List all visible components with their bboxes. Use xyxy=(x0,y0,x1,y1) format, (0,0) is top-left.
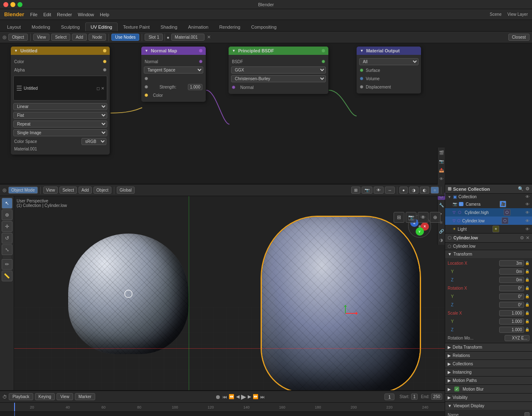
rot-x-lock[interactable]: 🔒 xyxy=(525,286,530,290)
tl-prev-btn[interactable]: ⏪ xyxy=(229,394,234,399)
tl-play-btn[interactable]: ▶ xyxy=(241,393,246,401)
tl-next-frame-btn[interactable]: ▶ xyxy=(248,394,251,399)
tl-view-btn[interactable]: View xyxy=(57,393,73,400)
material-name[interactable]: Material.001 xyxy=(171,34,204,41)
shader-select-btn[interactable]: Select xyxy=(51,34,70,41)
normalmap-collapse-icon[interactable]: ▼ xyxy=(145,49,148,53)
sc-light-eye[interactable]: 👁 xyxy=(525,227,530,231)
tl-record-btn[interactable]: ⏺ xyxy=(215,394,221,400)
close-button[interactable] xyxy=(3,2,8,7)
extension-flat-select[interactable]: Flat xyxy=(13,112,107,119)
tab-compositing[interactable]: Compositing xyxy=(246,22,282,31)
vp-solid-btn[interactable]: ◐ xyxy=(420,187,429,194)
vp-camera-btn[interactable]: 📷 xyxy=(362,187,372,194)
vp-global-btn[interactable]: Global xyxy=(117,187,135,194)
vp-mode-btn[interactable]: Object Mode xyxy=(8,187,38,194)
menu-edit[interactable]: Edit xyxy=(41,11,54,18)
tl-prev-frame-btn[interactable]: ◀ xyxy=(236,394,239,399)
tl-start-val[interactable]: 1 xyxy=(411,394,418,400)
props-rot-y-val[interactable]: 0° xyxy=(499,293,524,300)
props-viewport-display-header[interactable]: ▼ Viewport Display xyxy=(445,402,532,410)
tl-current-frame[interactable]: 1 xyxy=(384,394,394,400)
vp-cursor-tool[interactable]: ⊕ xyxy=(2,209,12,220)
sc-camera-eye[interactable]: 👁 xyxy=(525,202,530,207)
props-scale-y-val[interactable]: 1.000 xyxy=(499,318,524,325)
scene-collection-filter[interactable]: ⚙ xyxy=(525,186,530,192)
minimize-button[interactable] xyxy=(10,2,15,7)
axis-y[interactable]: Y xyxy=(416,227,424,236)
props-motion-blur-header[interactable]: ▶ ✓ Motion Blur xyxy=(445,385,532,393)
vp-wireframe-btn[interactable]: ○ xyxy=(431,187,439,194)
color-space-select[interactable]: sRGB xyxy=(81,138,106,145)
vp-move-gizmo[interactable] xyxy=(333,305,358,322)
use-nodes-toggle[interactable]: Use Nodes xyxy=(111,34,139,41)
prop-icon-modifier[interactable]: 🔧 xyxy=(438,201,445,209)
sc-item-camera[interactable]: 📷 C Camera 🎥 👁 xyxy=(445,200,532,208)
props-relations-header[interactable]: ▶ Relations xyxy=(445,352,532,359)
shader-view-btn[interactable]: View xyxy=(33,34,50,41)
scale-y-lock[interactable]: 🔒 xyxy=(525,319,530,323)
texture-name[interactable]: Untitled xyxy=(24,86,38,91)
tl-start-btn[interactable]: ⏮ xyxy=(222,394,227,399)
menu-help[interactable]: Help xyxy=(97,11,112,18)
tl-end-btn[interactable]: ⏭ xyxy=(260,394,265,399)
vp-add-btn[interactable]: Add xyxy=(79,187,92,194)
props-loc-z-val[interactable]: 0m xyxy=(499,277,524,283)
vp-select-btn[interactable]: Select xyxy=(59,187,77,194)
vp-nav-walk[interactable]: 👁 xyxy=(418,212,429,223)
tl-playback-btn[interactable]: Playback xyxy=(9,393,33,400)
vp-select-tool[interactable]: ↖ xyxy=(2,198,12,209)
interpolation-select[interactable]: Linear xyxy=(13,103,107,110)
sc-cyl-high-btn[interactable]: ⬡ xyxy=(504,209,510,216)
props-collections-header[interactable]: ▶ Collections xyxy=(445,360,532,368)
props-rot-z-val[interactable]: 0° xyxy=(499,302,524,308)
pbsdf-sub-select[interactable]: Christensen-Burley xyxy=(231,75,326,82)
vp-nav-arrows[interactable]: ⊕ xyxy=(430,212,441,223)
props-scale-z-val[interactable]: 1.000 xyxy=(499,327,524,333)
source-select[interactable]: Single Image xyxy=(13,129,107,136)
vp-material-btn[interactable]: ◑ xyxy=(409,187,419,194)
props-visibility-header[interactable]: ▶ Visibility xyxy=(445,394,532,401)
sc-cyl-low-btn[interactable]: ⬡ xyxy=(502,217,508,224)
tab-texture-paint[interactable]: Texture Paint xyxy=(118,22,155,31)
pbsdf-dist-select[interactable]: GGX xyxy=(231,66,326,74)
sc-item-collection[interactable]: ▼ ▣ Collection 👁 xyxy=(445,194,532,200)
pbsdf-collapse-icon[interactable]: ▼ xyxy=(232,49,236,53)
props-motion-paths-header[interactable]: ▶ Motion Paths xyxy=(445,377,532,384)
menu-blender[interactable]: Blender xyxy=(2,10,27,18)
vp-annotate-tool[interactable]: ✏ xyxy=(2,259,12,270)
tl-next-btn[interactable]: ⏩ xyxy=(253,394,259,399)
sc-camera-btn[interactable]: 🎥 xyxy=(500,201,506,207)
scale-z-lock[interactable]: 🔒 xyxy=(525,327,530,332)
props-settings-icon[interactable]: ⚙ xyxy=(520,235,524,241)
vp-scale-tool[interactable]: ⤡ xyxy=(2,244,12,255)
scale-x-lock[interactable]: 🔒 xyxy=(525,311,530,315)
tl-end-val[interactable]: 250 xyxy=(431,394,442,400)
props-rot-mode-val[interactable]: XYZ E... xyxy=(505,335,530,341)
normalmap-space-select[interactable]: Tangent Space xyxy=(144,66,203,74)
vp-object-btn[interactable]: Object xyxy=(94,187,111,194)
props-rot-x-val[interactable]: 0° xyxy=(499,285,524,291)
tab-rendering[interactable]: Rendering xyxy=(214,22,246,31)
sc-item-cylinder-high[interactable]: ▽ ⬡ Cylinder.high ⬡ 👁 xyxy=(445,208,532,217)
viewport-3d[interactable]: User Perspective (1) Collection | Cylind… xyxy=(14,196,445,390)
tab-shading[interactable]: Shading xyxy=(155,22,182,31)
loc-y-lock[interactable]: 🔒 xyxy=(525,269,530,273)
menu-render[interactable]: Render xyxy=(54,11,74,18)
prop-icon-material[interactable]: ◑ xyxy=(438,236,445,244)
rot-y-lock[interactable]: 🔒 xyxy=(525,294,530,298)
props-delta-header[interactable]: ▶ Delta Transform xyxy=(445,343,532,351)
tl-keying-btn[interactable]: Keying xyxy=(35,393,55,400)
vp-rotate-tool[interactable]: ↺ xyxy=(2,233,12,244)
sc-cyl-low-eye[interactable]: 👁 xyxy=(525,219,530,223)
vp-grid-btn[interactable]: ⊞ xyxy=(351,187,360,194)
menu-window[interactable]: Window xyxy=(75,11,96,18)
vp-walk-btn[interactable]: 👁 xyxy=(374,187,384,194)
vp-measure-tool[interactable]: 📏 xyxy=(2,271,12,281)
props-close-icon[interactable]: ✕ xyxy=(526,235,530,241)
props-scale-x-val[interactable]: 1.000 xyxy=(499,310,524,316)
tab-layout[interactable]: Layout xyxy=(2,22,26,31)
tab-uv-editing[interactable]: UV Editing xyxy=(85,22,118,31)
extension-repeat-select[interactable]: Repeat xyxy=(13,121,107,128)
shader-mode-btn[interactable]: Object xyxy=(8,34,28,41)
